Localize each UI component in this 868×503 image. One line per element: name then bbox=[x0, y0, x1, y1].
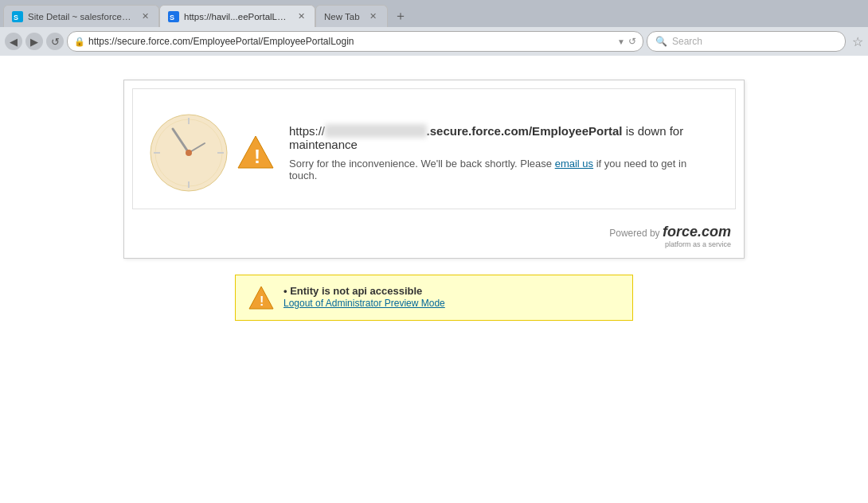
svg-point-8 bbox=[186, 150, 192, 156]
maintenance-inner: ! https://████████████.secure.force.com/… bbox=[132, 88, 736, 209]
maintenance-box: ! https://████████████.secure.force.com/… bbox=[123, 80, 745, 259]
warning-icon-large: ! bbox=[237, 133, 276, 173]
powered-by-text: Powered by bbox=[609, 228, 659, 239]
lock-icon: 🔒 bbox=[74, 37, 85, 47]
address-bar: ◀ ▶ ↺ 🔒 https://secure.force.com/Employe… bbox=[0, 27, 868, 56]
tab-bar: S Site Detail ~ salesforce.co... ✕ S htt… bbox=[0, 0, 868, 27]
tab-label-portal: https://havil...eePortalLogin bbox=[184, 12, 287, 21]
tab-close-sf[interactable]: ✕ bbox=[139, 11, 151, 22]
email-link[interactable]: email us bbox=[555, 158, 593, 170]
powered-by-footer: Powered by force.complatform as a servic… bbox=[124, 217, 744, 258]
maintenance-sub: Sorry for the inconvenience. We'll be ba… bbox=[289, 158, 711, 181]
tab-close-new[interactable]: ✕ bbox=[368, 11, 379, 22]
logout-link[interactable]: Logout of Administrator Preview Mode bbox=[283, 298, 445, 309]
warning-icon-small: ! bbox=[248, 285, 274, 310]
back-button[interactable]: ◀ bbox=[5, 33, 22, 50]
search-icon: 🔍 bbox=[655, 36, 667, 47]
clock-icon bbox=[149, 113, 229, 193]
browser-chrome: S Site Detail ~ salesforce.co... ✕ S htt… bbox=[0, 0, 868, 56]
search-placeholder: Search bbox=[672, 36, 837, 47]
svg-text:S: S bbox=[14, 14, 18, 21]
maintenance-text: https://████████████.secure.force.com/Em… bbox=[289, 124, 711, 181]
tab-favicon-portal: S bbox=[168, 11, 179, 22]
url-bar[interactable]: 🔒 https://secure.force.com/EmployeePorta… bbox=[67, 31, 643, 52]
tab-salesforce[interactable]: S Site Detail ~ salesforce.co... ✕ bbox=[3, 5, 159, 27]
subtitle-text: Sorry for the inconvenience. We'll be ba… bbox=[289, 158, 555, 170]
page-content: ! https://████████████.secure.force.com/… bbox=[0, 56, 868, 503]
error-content: • Entity is not api accessible Logout of… bbox=[283, 285, 620, 309]
tab-add-button[interactable]: ＋ bbox=[388, 5, 413, 27]
error-bullet: • Entity is not api accessible bbox=[283, 285, 620, 297]
error-box: ! • Entity is not api accessible Logout … bbox=[235, 275, 633, 321]
title-host: ████████████ bbox=[325, 124, 427, 138]
title-host-visible: .secure.force.com/EmployeePortal bbox=[427, 124, 623, 138]
maintenance-title: https://████████████.secure.force.com/Em… bbox=[289, 124, 711, 151]
tab-close-portal[interactable]: ✕ bbox=[295, 11, 307, 22]
tab-favicon-sf: S bbox=[12, 11, 23, 22]
search-bar[interactable]: 🔍 Search bbox=[647, 31, 846, 52]
tab-newtab[interactable]: New Tab ✕ bbox=[315, 5, 388, 27]
tab-label-new: New Tab bbox=[324, 12, 360, 21]
forward-button[interactable]: ▶ bbox=[25, 33, 43, 50]
url-refresh-icon: ↺ bbox=[628, 36, 636, 47]
bookmark-icon[interactable]: ☆ bbox=[852, 34, 863, 49]
tab-label-sf: Site Detail ~ salesforce.co... bbox=[28, 12, 131, 21]
svg-text:S: S bbox=[170, 14, 174, 21]
title-prefix: https:// bbox=[289, 124, 325, 138]
tab-portal[interactable]: S https://havil...eePortalLogin ✕ bbox=[159, 5, 315, 27]
svg-text:!: ! bbox=[254, 146, 260, 167]
url-text: https://secure.force.com/EmployeePortal/… bbox=[88, 36, 614, 47]
url-dropdown-icon: ▼ bbox=[617, 37, 625, 46]
svg-text:!: ! bbox=[260, 294, 264, 308]
reload-button[interactable]: ↺ bbox=[46, 33, 64, 50]
